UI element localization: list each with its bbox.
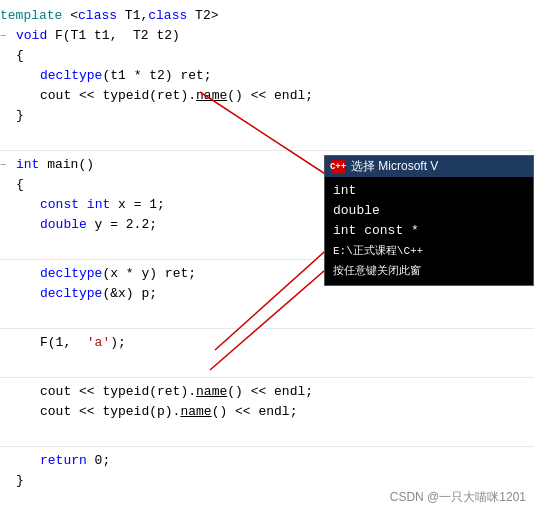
code-line-blank3 (0, 304, 534, 324)
fold-icon-1[interactable]: − (0, 26, 16, 46)
code-line-blank1 (0, 126, 534, 146)
template-keyword: template (0, 6, 62, 26)
code-editor: template <class T1,class T2> −void F(T1 … (0, 0, 534, 512)
code-line-18: cout << typeid(ret).name() << endl; (0, 382, 534, 402)
terminal-press: 按任意键关闭此窗 (333, 261, 525, 281)
watermark: CSDN @一只大喵咪1201 (390, 489, 526, 506)
code-line-3: { (0, 46, 534, 66)
code-line-5: cout << typeid(ret).name() << endl; (0, 86, 534, 106)
terminal-titlebar: C++ 选择 Microsoft V (325, 156, 533, 177)
code-line-1: template <class T1,class T2> (0, 6, 534, 26)
terminal-line-1: int (333, 181, 525, 201)
code-line-4: decltype(t1 * t2) ret; (0, 66, 534, 86)
terminal-path: E:\正式课程\C++ (333, 241, 525, 261)
code-line-16: F(1, 'a'); (0, 333, 534, 353)
code-line-blank4 (0, 353, 534, 373)
code-line-blank5 (0, 422, 534, 442)
code-line-2: −void F(T1 t1, T2 t2) (0, 26, 534, 46)
code-line-21: return 0; (0, 451, 534, 471)
code-line-6: } (0, 106, 534, 126)
terminal-body: int double int const * E:\正式课程\C++ 按任意键关… (325, 177, 533, 285)
fold-icon-2[interactable]: − (0, 155, 16, 175)
terminal-window: C++ 选择 Microsoft V int double int const … (324, 155, 534, 286)
terminal-line-3: int const * (333, 221, 525, 241)
code-line-19: cout << typeid(p).name() << endl; (0, 402, 534, 422)
terminal-title: 选择 Microsoft V (351, 158, 438, 175)
code-line-14: decltype(&x) p; (0, 284, 534, 304)
terminal-icon: C++ (331, 160, 345, 174)
code-line-22: } (0, 471, 534, 491)
terminal-line-2: double (333, 201, 525, 221)
